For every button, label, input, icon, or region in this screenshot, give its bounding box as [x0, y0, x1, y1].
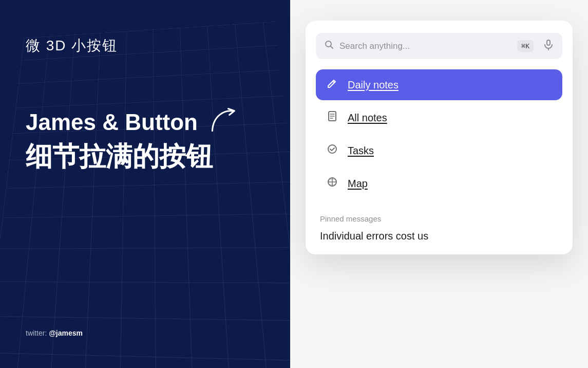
- all-notes-label: All notes: [348, 112, 387, 124]
- twitter-handle: @jamesm: [49, 329, 83, 337]
- menu-item-all-notes[interactable]: All notes: [316, 102, 562, 133]
- search-icon: [324, 40, 334, 52]
- svg-line-1: [331, 46, 333, 49]
- svg-point-5: [328, 145, 336, 153]
- heading-line1: James & Button: [26, 107, 264, 138]
- map-label: Map: [348, 178, 368, 190]
- menu-item-tasks[interactable]: Tasks: [316, 135, 562, 166]
- map-icon: [325, 176, 339, 191]
- heading-line2: 细节拉满的按钮: [26, 142, 264, 171]
- arrow-icon: [202, 102, 246, 143]
- search-placeholder[interactable]: Search anything...: [339, 41, 512, 51]
- search-bar[interactable]: Search anything... ⌘K: [316, 33, 562, 59]
- document-icon: [325, 111, 339, 125]
- search-shortcut: ⌘K: [517, 40, 534, 52]
- left-panel: 微 3D 小按钮 James & Button 细节拉满的按钮 twitter:: [0, 0, 290, 368]
- pencil-icon: [325, 78, 339, 92]
- pinned-item-first[interactable]: Individual errors cost us: [320, 230, 558, 242]
- menu-item-map[interactable]: Map: [316, 168, 562, 199]
- pinned-section: Pinned messages Individual errors cost u…: [316, 214, 562, 242]
- tasks-label: Tasks: [348, 145, 374, 157]
- twitter-info: twitter: @jamesm: [26, 329, 264, 337]
- svg-rect-2: [547, 40, 550, 45]
- right-panel: Search anything... ⌘K Da: [290, 0, 588, 368]
- menu-list: Daily notes All notes: [316, 69, 562, 199]
- tasks-icon: [325, 143, 339, 158]
- search-card: Search anything... ⌘K Da: [306, 21, 573, 254]
- chinese-title: 微 3D 小按钮: [26, 36, 264, 56]
- daily-notes-label: Daily notes: [348, 79, 399, 91]
- mic-icon[interactable]: [543, 39, 554, 53]
- menu-item-daily-notes[interactable]: Daily notes: [316, 69, 562, 100]
- pinned-label: Pinned messages: [320, 214, 558, 223]
